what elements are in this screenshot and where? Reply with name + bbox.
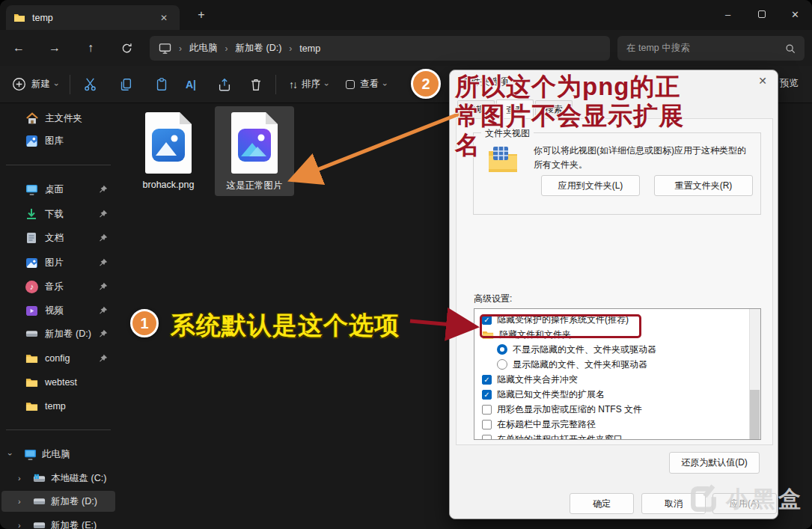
- breadcrumb-temp[interactable]: temp: [299, 43, 320, 54]
- system-drive-icon: [33, 474, 46, 483]
- sidebar-item-label: 文档: [45, 232, 64, 245]
- sidebar-item-documents[interactable]: 文档: [1, 227, 115, 248]
- pin-icon: [99, 185, 108, 194]
- advanced-option[interactable]: 显示隐藏的文件、文件夹和驱动器: [474, 357, 760, 372]
- reset-folders-button[interactable]: 重置文件夹(R): [654, 175, 753, 196]
- cut-icon: [82, 76, 98, 92]
- delete-button[interactable]: [248, 66, 263, 103]
- file-normal-image-selected[interactable]: 这是正常图片: [215, 106, 294, 192]
- explorer-tab[interactable]: temp ✕: [6, 5, 180, 30]
- copy-button[interactable]: [118, 66, 133, 103]
- back-button[interactable]: ←: [7, 37, 30, 58]
- checkbox-unchecked-icon[interactable]: [482, 405, 492, 415]
- chevron-down-icon: ›: [52, 83, 61, 86]
- sidebar-item-drive-c[interactable]: › 本地磁盘 (C:): [1, 468, 115, 489]
- sidebar-item-gallery[interactable]: 图库: [1, 130, 115, 151]
- checkbox-unchecked-icon[interactable]: [482, 420, 492, 429]
- share-button[interactable]: [217, 66, 232, 103]
- copy-icon: [118, 77, 133, 92]
- folder-icon: [13, 13, 25, 22]
- monitor-icon: [159, 43, 171, 54]
- advanced-option[interactable]: 在单独的进程中打开文件夹窗口: [474, 432, 760, 440]
- sidebar-item-videos[interactable]: 视频: [1, 300, 115, 321]
- sort-button[interactable]: ↑↓ 排序 ›: [289, 66, 329, 103]
- forward-button[interactable]: →: [43, 37, 66, 58]
- preview-label[interactable]: 预览: [780, 77, 799, 90]
- advanced-option[interactable]: 在标题栏中显示完整路径: [474, 417, 760, 432]
- list-scrollbar[interactable]: [749, 309, 760, 439]
- checkbox-checked-icon[interactable]: ✓: [482, 390, 492, 400]
- sidebar-item-desktop[interactable]: 桌面: [1, 179, 115, 200]
- sidebar-item-webtest[interactable]: webtest: [1, 372, 115, 393]
- sidebar-item-temp[interactable]: temp: [1, 396, 115, 417]
- chevron-right-icon[interactable]: ›: [18, 497, 21, 506]
- option-label: 隐藏文件夹合并冲突: [497, 373, 578, 386]
- home-icon: [25, 112, 39, 125]
- address-bar[interactable]: › 此电脑 › 新加卷 (D:) › temp: [150, 36, 610, 61]
- sidebar-item-drive-d-selected[interactable]: › 新加卷 (D:): [1, 491, 115, 512]
- sidebar-item-label: 此电脑: [42, 448, 70, 461]
- file-brohack[interactable]: brohack.png: [129, 106, 208, 190]
- pin-icon: [99, 354, 108, 363]
- option-label: 在单独的进程中打开文件夹窗口: [497, 433, 623, 441]
- refresh-button[interactable]: [115, 37, 138, 58]
- file-icon: [231, 112, 278, 174]
- sidebar-item-this-pc[interactable]: › 此电脑: [1, 444, 115, 465]
- minimize-button[interactable]: –: [711, 0, 745, 28]
- new-button[interactable]: 新建 ›: [12, 66, 58, 103]
- desktop-icon: [25, 184, 38, 195]
- trash-icon: [248, 77, 263, 92]
- advanced-option[interactable]: 不显示隐藏的文件、文件夹或驱动器: [474, 342, 760, 357]
- sidebar-item-drive-d-pinned[interactable]: 新加卷 (D:): [1, 323, 115, 344]
- sidebar-item-pictures[interactable]: 图片: [1, 252, 115, 273]
- scrollbar-thumb[interactable]: [750, 390, 760, 440]
- chevron-down-icon[interactable]: ›: [6, 453, 15, 456]
- drive-icon: [25, 329, 38, 338]
- sidebar-item-home[interactable]: 主文件夹: [1, 108, 115, 129]
- option-label: 用彩色显示加密或压缩的 NTFS 文件: [497, 403, 642, 416]
- ok-button[interactable]: 确定: [570, 493, 634, 514]
- folder-icon: [25, 377, 38, 388]
- chevron-right-icon[interactable]: ›: [18, 521, 21, 529]
- search-box[interactable]: 在 temp 中搜索: [617, 36, 805, 61]
- radio-on-icon[interactable]: [497, 344, 507, 355]
- chevron-right-icon[interactable]: ›: [18, 474, 21, 483]
- sidebar-item-label: 新加卷 (D:): [45, 328, 91, 340]
- advanced-option[interactable]: 用彩色显示加密或压缩的 NTFS 文件: [474, 402, 760, 417]
- sidebar-divider: [6, 429, 111, 430]
- breadcrumb-this-pc[interactable]: 此电脑: [189, 42, 218, 55]
- restore-defaults-button[interactable]: 还原为默认值(D): [669, 452, 760, 474]
- advanced-option-hide-extensions[interactable]: ✓ 隐藏已知文件类型的扩展名: [474, 387, 760, 402]
- tab-close-icon[interactable]: ✕: [156, 11, 172, 25]
- sidebar-item-config[interactable]: config: [1, 348, 115, 369]
- sidebar-item-music[interactable]: ♪ 音乐: [1, 276, 115, 297]
- breadcrumb-drive-d[interactable]: 新加卷 (D:): [236, 42, 282, 55]
- annotation-note-1: 系统默认是这个选项: [171, 309, 400, 343]
- radio-off-icon[interactable]: [497, 359, 507, 370]
- up-button[interactable]: ↑: [79, 37, 102, 58]
- explorer-window: temp ✕ + – ✕ ← → ↑ › 此电脑 › 新加卷 (D:) ›: [0, 0, 812, 529]
- search-placeholder: 在 temp 中搜索: [626, 42, 785, 55]
- advanced-option[interactable]: ✓ 隐藏文件夹合并冲突: [474, 372, 760, 387]
- apply-to-folders-button[interactable]: 应用到文件夹(L): [541, 175, 640, 196]
- option-label: 在标题栏中显示完整路径: [497, 418, 596, 431]
- sidebar-item-downloads[interactable]: 下载: [1, 204, 115, 224]
- sort-icon: ↑↓: [289, 79, 296, 91]
- rename-button[interactable]: A|: [186, 66, 196, 103]
- checkbox-checked-icon[interactable]: ✓: [482, 375, 492, 385]
- document-icon: [26, 232, 37, 244]
- close-button[interactable]: ✕: [778, 0, 812, 28]
- sidebar-item-drive-e[interactable]: › 新加卷 (E:): [1, 515, 115, 529]
- dialog-close-icon[interactable]: ✕: [758, 75, 767, 87]
- new-tab-button[interactable]: +: [192, 7, 211, 24]
- paste-button[interactable]: [154, 66, 169, 103]
- sidebar-item-label: 主文件夹: [45, 112, 82, 125]
- cut-button[interactable]: [82, 66, 98, 103]
- maximize-button[interactable]: [745, 0, 778, 28]
- search-icon: [785, 43, 796, 54]
- download-icon: [25, 208, 37, 220]
- view-button[interactable]: 查看 ›: [346, 66, 387, 103]
- sidebar-item-label: 桌面: [45, 183, 64, 196]
- view-tab-page: 文件夹视图 你可以将此视图(如详细信息或图标)应用于这种类型的所有文件夹。 应用…: [456, 118, 773, 445]
- checkbox-unchecked-icon[interactable]: [482, 435, 492, 441]
